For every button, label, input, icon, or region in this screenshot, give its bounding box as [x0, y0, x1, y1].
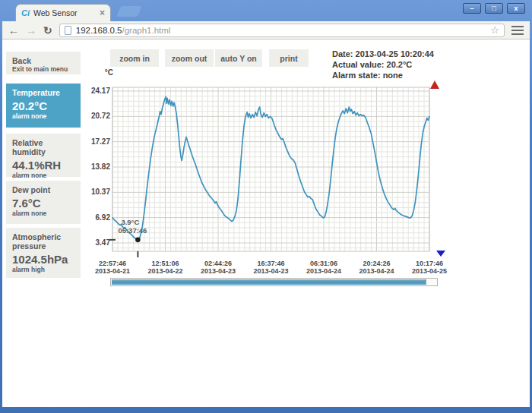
address-bar[interactable]: 192.168.0.5/graph1.html ☆: [59, 24, 505, 37]
close-button[interactable]: x: [507, 3, 525, 14]
favicon-icon: Ci: [21, 8, 30, 17]
y-tick-label: 13.82: [72, 162, 110, 171]
bookmark-star-icon[interactable]: ☆: [490, 24, 499, 36]
minimize-button[interactable]: –: [463, 3, 481, 14]
x-tick-label: 16:37:462013-04-23: [244, 260, 299, 275]
browser-titlebar: Ci Web Sensor × – □ x: [0, 0, 532, 21]
maximize-button[interactable]: □: [485, 3, 503, 14]
y-axis-down-arrow-icon[interactable]: [436, 251, 445, 257]
new-tab-button[interactable]: [116, 6, 142, 17]
tooltip-value: 3.9°C: [121, 218, 139, 226]
browser-toolbar: ← → ↻ 192.168.0.5/graph1.html ☆: [2, 21, 530, 39]
x-tick-label: 10:17:462013-04-25: [402, 260, 457, 275]
url-path: /graph1.html: [122, 26, 171, 35]
y-tick-label: 17.27: [72, 137, 110, 146]
x-tick-label: 12:51:062013-04-22: [138, 260, 193, 275]
back-icon[interactable]: ←: [8, 25, 19, 36]
x-tick-label: 20:24:262013-04-24: [350, 260, 404, 275]
y-tick-label: 20.72: [72, 112, 110, 120]
browser-tab[interactable]: Ci Web Sensor ×: [15, 4, 111, 21]
y-axis-up-arrow-icon[interactable]: [430, 80, 439, 89]
y-tick-label: 10.37: [72, 188, 110, 196]
url-text[interactable]: 192.168.0.5/graph1.html: [76, 26, 486, 35]
page-content: Back Exit to main menu Temperature 20.2°…: [2, 39, 530, 407]
min-point-marker: [135, 238, 141, 243]
x-tick-label: 22:57:462013-04-21: [85, 260, 140, 275]
tab-close-icon[interactable]: ×: [100, 9, 105, 17]
y-tick-label: 6.92: [72, 213, 110, 222]
scrollbar-thumb[interactable]: [112, 279, 426, 285]
menu-icon[interactable]: [511, 26, 524, 35]
forward-icon[interactable]: →: [26, 25, 36, 36]
y-tick-label: 24.17: [72, 87, 110, 95]
x-tick-label: 02:44:262013-04-23: [191, 260, 245, 275]
page-icon: [65, 26, 71, 35]
tooltip-time: 05:37:46: [118, 226, 147, 235]
chart-horizontal-scrollbar[interactable]: [110, 278, 438, 286]
window-controls: – □ x: [463, 3, 525, 14]
url-host: 192.168.0.5: [76, 26, 122, 35]
reload-icon[interactable]: ↻: [43, 25, 52, 36]
browser-window: Ci Web Sensor × – □ x ← → ↻ 192.168.0.5/…: [0, 0, 532, 413]
y-tick-label: 3.47: [72, 238, 110, 247]
x-tick-label: 06:31:062013-04-24: [296, 260, 351, 275]
tab-title: Web Sensor: [33, 8, 100, 17]
